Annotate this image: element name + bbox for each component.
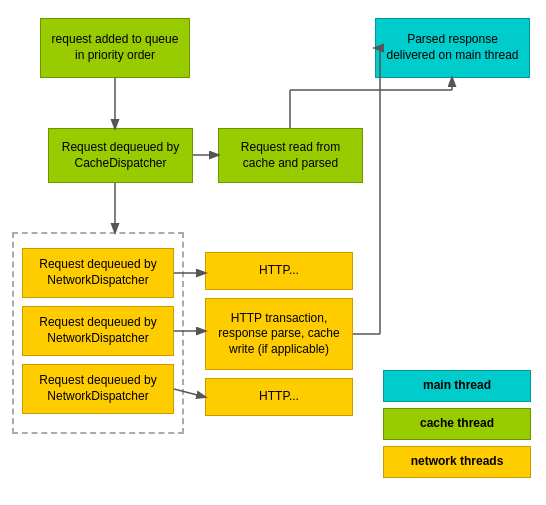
parsed-response-box: Parsed response delivered on main thread xyxy=(375,18,530,78)
legend-main-thread: main thread xyxy=(383,370,531,402)
network-dispatcher-1: Request dequeued by NetworkDispatcher xyxy=(22,248,174,298)
priority-queue-box: request added to queue in priority order xyxy=(40,18,190,78)
legend-network-threads: network threads xyxy=(383,446,531,478)
http-transaction-box: HTTP transaction, response parse, cache … xyxy=(205,298,353,370)
legend-cache-thread: cache thread xyxy=(383,408,531,440)
dequeued-cache-box: Request dequeued by CacheDispatcher xyxy=(48,128,193,183)
http-box-2: HTTP... xyxy=(205,378,353,416)
read-cache-box: Request read from cache and parsed xyxy=(218,128,363,183)
http-box-1: HTTP... xyxy=(205,252,353,290)
network-dispatcher-3: Request dequeued by NetworkDispatcher xyxy=(22,364,174,414)
network-dispatcher-2: Request dequeued by NetworkDispatcher xyxy=(22,306,174,356)
diagram-container: request added to queue in priority order… xyxy=(0,0,546,505)
